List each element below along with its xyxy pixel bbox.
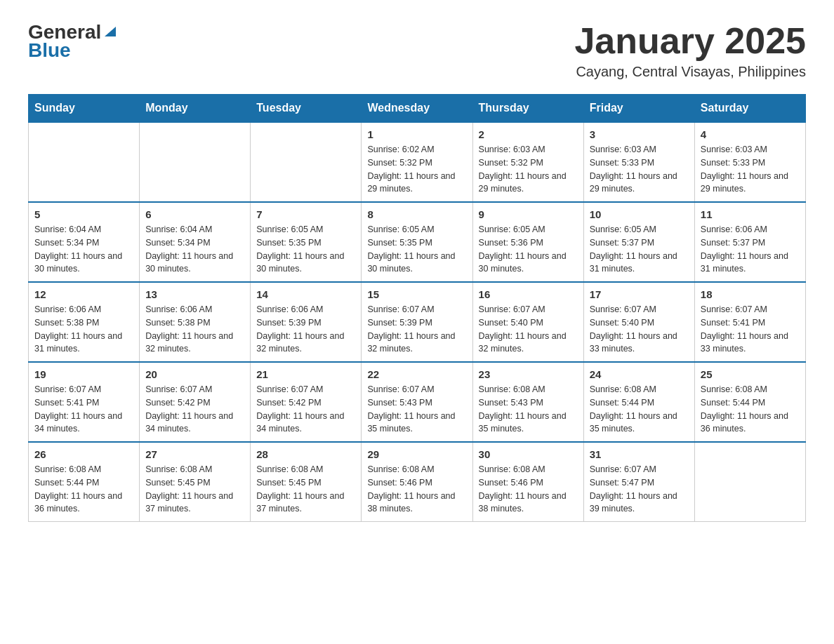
day-info: Sunrise: 6:08 AMSunset: 5:45 PMDaylight:… — [145, 463, 244, 516]
day-number: 10 — [590, 208, 689, 220]
title-section: January 2025 Cayang, Central Visayas, Ph… — [574, 21, 806, 80]
calendar-cell: 23Sunrise: 6:08 AMSunset: 5:43 PMDayligh… — [472, 362, 583, 442]
day-info: Sunrise: 6:05 AMSunset: 5:37 PMDaylight:… — [590, 223, 689, 276]
day-number: 21 — [256, 368, 355, 380]
calendar-header-tuesday: Tuesday — [251, 95, 362, 123]
calendar-cell — [140, 122, 251, 202]
day-info: Sunrise: 6:07 AMSunset: 5:39 PMDaylight:… — [367, 303, 466, 356]
day-number: 27 — [145, 448, 244, 460]
calendar-cell: 3Sunrise: 6:03 AMSunset: 5:33 PMDaylight… — [583, 122, 694, 202]
day-number: 7 — [256, 208, 355, 220]
day-number: 29 — [367, 448, 466, 460]
day-number: 4 — [701, 128, 800, 140]
calendar-header-wednesday: Wednesday — [362, 95, 472, 123]
day-info: Sunrise: 6:07 AMSunset: 5:43 PMDaylight:… — [367, 383, 466, 436]
day-info: Sunrise: 6:07 AMSunset: 5:40 PMDaylight:… — [479, 303, 578, 356]
calendar-cell: 16Sunrise: 6:07 AMSunset: 5:40 PMDayligh… — [472, 282, 583, 362]
day-info: Sunrise: 6:05 AMSunset: 5:36 PMDaylight:… — [479, 223, 578, 276]
calendar-week-row: 5Sunrise: 6:04 AMSunset: 5:34 PMDaylight… — [29, 202, 806, 282]
logo-triangle-icon — [103, 24, 119, 39]
calendar-cell: 10Sunrise: 6:05 AMSunset: 5:37 PMDayligh… — [583, 202, 694, 282]
calendar-cell: 12Sunrise: 6:06 AMSunset: 5:38 PMDayligh… — [29, 282, 140, 362]
day-number: 14 — [256, 288, 355, 300]
day-number: 18 — [701, 288, 800, 300]
day-number: 30 — [479, 448, 578, 460]
day-info: Sunrise: 6:04 AMSunset: 5:34 PMDaylight:… — [34, 223, 133, 276]
day-info: Sunrise: 6:07 AMSunset: 5:40 PMDaylight:… — [590, 303, 689, 356]
day-info: Sunrise: 6:05 AMSunset: 5:35 PMDaylight:… — [256, 223, 355, 276]
day-info: Sunrise: 6:07 AMSunset: 5:41 PMDaylight:… — [701, 303, 800, 356]
calendar-cell: 4Sunrise: 6:03 AMSunset: 5:33 PMDaylight… — [694, 122, 805, 202]
day-number: 28 — [256, 448, 355, 460]
calendar-table: SundayMondayTuesdayWednesdayThursdayFrid… — [28, 94, 806, 522]
calendar-header-row: SundayMondayTuesdayWednesdayThursdayFrid… — [29, 95, 806, 123]
page-title: January 2025 — [574, 21, 806, 61]
calendar-cell: 27Sunrise: 6:08 AMSunset: 5:45 PMDayligh… — [140, 442, 251, 522]
calendar-header-friday: Friday — [583, 95, 694, 123]
calendar-cell: 26Sunrise: 6:08 AMSunset: 5:44 PMDayligh… — [29, 442, 140, 522]
calendar-cell: 2Sunrise: 6:03 AMSunset: 5:32 PMDaylight… — [472, 122, 583, 202]
day-info: Sunrise: 6:08 AMSunset: 5:44 PMDaylight:… — [701, 383, 800, 436]
day-number: 24 — [590, 368, 689, 380]
logo: General Blue — [28, 21, 119, 62]
calendar-week-row: 1Sunrise: 6:02 AMSunset: 5:32 PMDaylight… — [29, 122, 806, 202]
day-info: Sunrise: 6:07 AMSunset: 5:41 PMDaylight:… — [34, 383, 133, 436]
calendar-cell: 6Sunrise: 6:04 AMSunset: 5:34 PMDaylight… — [140, 202, 251, 282]
day-info: Sunrise: 6:08 AMSunset: 5:44 PMDaylight:… — [590, 383, 689, 436]
calendar-cell: 30Sunrise: 6:08 AMSunset: 5:46 PMDayligh… — [472, 442, 583, 522]
calendar-cell: 20Sunrise: 6:07 AMSunset: 5:42 PMDayligh… — [140, 362, 251, 442]
calendar-cell: 25Sunrise: 6:08 AMSunset: 5:44 PMDayligh… — [694, 362, 805, 442]
calendar-week-row: 12Sunrise: 6:06 AMSunset: 5:38 PMDayligh… — [29, 282, 806, 362]
day-number: 31 — [590, 448, 689, 460]
logo-text-blue: Blue — [28, 39, 71, 62]
calendar-cell: 5Sunrise: 6:04 AMSunset: 5:34 PMDaylight… — [29, 202, 140, 282]
day-number: 2 — [479, 128, 578, 140]
day-info: Sunrise: 6:05 AMSunset: 5:35 PMDaylight:… — [367, 223, 466, 276]
calendar-cell — [694, 442, 805, 522]
day-info: Sunrise: 6:08 AMSunset: 5:43 PMDaylight:… — [479, 383, 578, 436]
calendar-cell: 9Sunrise: 6:05 AMSunset: 5:36 PMDaylight… — [472, 202, 583, 282]
calendar-cell: 28Sunrise: 6:08 AMSunset: 5:45 PMDayligh… — [251, 442, 362, 522]
calendar-week-row: 19Sunrise: 6:07 AMSunset: 5:41 PMDayligh… — [29, 362, 806, 442]
day-number: 17 — [590, 288, 689, 300]
day-info: Sunrise: 6:02 AMSunset: 5:32 PMDaylight:… — [367, 143, 466, 196]
calendar-header-monday: Monday — [140, 95, 251, 123]
calendar-week-row: 26Sunrise: 6:08 AMSunset: 5:44 PMDayligh… — [29, 442, 806, 522]
calendar-cell: 18Sunrise: 6:07 AMSunset: 5:41 PMDayligh… — [694, 282, 805, 362]
day-number: 15 — [367, 288, 466, 300]
calendar-cell: 22Sunrise: 6:07 AMSunset: 5:43 PMDayligh… — [362, 362, 472, 442]
calendar-header-sunday: Sunday — [29, 95, 140, 123]
calendar-cell: 11Sunrise: 6:06 AMSunset: 5:37 PMDayligh… — [694, 202, 805, 282]
day-number: 20 — [145, 368, 244, 380]
svg-marker-0 — [105, 27, 116, 36]
day-number: 3 — [590, 128, 689, 140]
day-info: Sunrise: 6:06 AMSunset: 5:37 PMDaylight:… — [701, 223, 800, 276]
day-number: 12 — [34, 288, 133, 300]
day-info: Sunrise: 6:07 AMSunset: 5:47 PMDaylight:… — [590, 463, 689, 516]
calendar-cell: 17Sunrise: 6:07 AMSunset: 5:40 PMDayligh… — [583, 282, 694, 362]
day-number: 9 — [479, 208, 578, 220]
day-number: 19 — [34, 368, 133, 380]
day-number: 16 — [479, 288, 578, 300]
day-info: Sunrise: 6:08 AMSunset: 5:45 PMDaylight:… — [256, 463, 355, 516]
day-info: Sunrise: 6:07 AMSunset: 5:42 PMDaylight:… — [145, 383, 244, 436]
calendar-cell: 31Sunrise: 6:07 AMSunset: 5:47 PMDayligh… — [583, 442, 694, 522]
day-info: Sunrise: 6:03 AMSunset: 5:32 PMDaylight:… — [479, 143, 578, 196]
day-info: Sunrise: 6:03 AMSunset: 5:33 PMDaylight:… — [701, 143, 800, 196]
day-number: 6 — [145, 208, 244, 220]
calendar-cell — [29, 122, 140, 202]
calendar-cell: 8Sunrise: 6:05 AMSunset: 5:35 PMDaylight… — [362, 202, 472, 282]
day-info: Sunrise: 6:06 AMSunset: 5:38 PMDaylight:… — [34, 303, 133, 356]
day-info: Sunrise: 6:08 AMSunset: 5:46 PMDaylight:… — [367, 463, 466, 516]
calendar-header-thursday: Thursday — [472, 95, 583, 123]
day-number: 13 — [145, 288, 244, 300]
day-info: Sunrise: 6:06 AMSunset: 5:38 PMDaylight:… — [145, 303, 244, 356]
day-info: Sunrise: 6:04 AMSunset: 5:34 PMDaylight:… — [145, 223, 244, 276]
day-info: Sunrise: 6:08 AMSunset: 5:46 PMDaylight:… — [479, 463, 578, 516]
calendar-cell: 29Sunrise: 6:08 AMSunset: 5:46 PMDayligh… — [362, 442, 472, 522]
day-number: 8 — [367, 208, 466, 220]
calendar-cell — [251, 122, 362, 202]
day-number: 1 — [367, 128, 466, 140]
calendar-cell: 15Sunrise: 6:07 AMSunset: 5:39 PMDayligh… — [362, 282, 472, 362]
day-number: 25 — [701, 368, 800, 380]
